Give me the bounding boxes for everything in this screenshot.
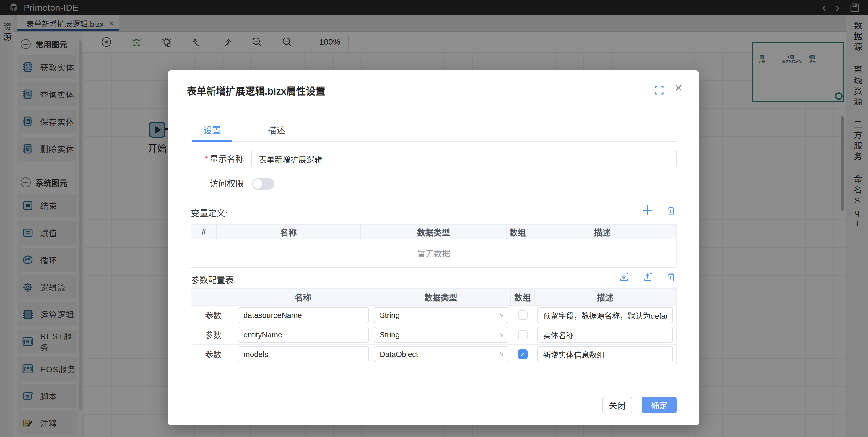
app-window: Primeton-IDE ‹ › 资源: [0, 0, 868, 437]
tab-description[interactable]: 描述: [256, 123, 296, 140]
param-name-input[interactable]: [238, 327, 369, 343]
param-kind: 参数: [191, 309, 235, 321]
tab-description-label: 描述: [267, 125, 285, 135]
col-description: 描述: [535, 289, 675, 305]
col-index: #: [191, 225, 217, 239]
confirm-button[interactable]: 确定: [642, 397, 677, 413]
col-array: 数组: [507, 225, 529, 239]
param-type-value[interactable]: [374, 346, 508, 362]
variables-section-label: 变量定义:: [191, 206, 227, 219]
tab-active-underline: [192, 140, 232, 142]
param-desc-input[interactable]: [537, 327, 673, 343]
required-asterisk: *: [205, 155, 208, 164]
close-button[interactable]: 关闭: [602, 397, 632, 413]
access-permission-label: 访问权限: [168, 178, 244, 190]
param-type-value[interactable]: [374, 307, 508, 323]
param-type-select[interactable]: ∨: [374, 307, 508, 323]
param-desc-input[interactable]: [537, 346, 673, 362]
tab-settings-label: 设置: [203, 125, 221, 135]
properties-dialog: 表单新增扩展逻辑.bizx属性设置 ✕ 设置 描述 *显示名称 访问权限 变量定…: [168, 70, 699, 425]
import-params-button[interactable]: [619, 272, 629, 283]
col-datatype: 数据类型: [361, 225, 507, 239]
display-name-row: *显示名称: [168, 151, 699, 167]
param-type-value[interactable]: [374, 327, 508, 343]
param-name-input[interactable]: [238, 307, 369, 323]
param-desc-input[interactable]: [537, 307, 673, 323]
param-row-models: 参数 ∨ ✓: [191, 344, 676, 364]
param-array-checkbox[interactable]: ✓: [518, 349, 528, 359]
param-kind: 参数: [191, 348, 235, 360]
param-row-entityName: 参数 ∨: [191, 325, 676, 344]
variables-table-header: # 名称 数据类型 数组 描述: [191, 225, 676, 239]
col-name: 名称: [235, 289, 371, 305]
param-kind: 参数: [191, 329, 235, 341]
dialog-close-icon[interactable]: ✕: [674, 83, 683, 93]
param-type-select[interactable]: ∨: [374, 327, 508, 343]
param-name-input[interactable]: [238, 346, 369, 362]
dialog-title: 表单新增扩展逻辑.bizx属性设置: [187, 83, 325, 97]
col-array: 数组: [511, 289, 535, 305]
params-table-header: 名称 数据类型 数组 描述: [191, 289, 676, 305]
param-type-select[interactable]: ∨: [374, 346, 508, 362]
export-params-button[interactable]: [642, 272, 653, 283]
dialog-tabs: 设置 描述: [191, 123, 677, 142]
add-variable-button[interactable]: ＋: [642, 205, 653, 216]
param-array-checkbox[interactable]: [518, 311, 528, 320]
col-kind: [191, 289, 235, 305]
param-array-checkbox[interactable]: [518, 330, 528, 340]
param-row-datasourceName: 参数 ∨: [191, 305, 676, 325]
delete-params-button[interactable]: [666, 272, 677, 283]
display-name-input[interactable]: [251, 151, 677, 167]
delete-variable-button[interactable]: [666, 205, 677, 216]
col-description: 描述: [529, 225, 675, 239]
tab-settings[interactable]: 设置: [192, 123, 232, 140]
dialog-footer: 关闭 确定: [602, 397, 677, 413]
access-permission-row: 访问权限: [168, 178, 699, 190]
params-section-label: 参数配置表:: [191, 273, 236, 286]
col-name: 名称: [217, 225, 361, 239]
variables-empty-text: 暂无数据: [191, 239, 676, 267]
display-name-label: *显示名称: [168, 151, 244, 168]
toggle-knob: [253, 179, 262, 188]
fullscreen-icon[interactable]: [654, 85, 664, 95]
params-table: 名称 数据类型 数组 描述 参数 ∨ 参数 ∨: [191, 288, 677, 364]
col-datatype: 数据类型: [371, 289, 511, 305]
variables-section-actions: ＋: [642, 205, 677, 216]
params-section-actions: [619, 272, 677, 283]
access-permission-toggle[interactable]: [252, 178, 275, 190]
variables-table: # 名称 数据类型 数组 描述 暂无数据: [191, 225, 677, 268]
